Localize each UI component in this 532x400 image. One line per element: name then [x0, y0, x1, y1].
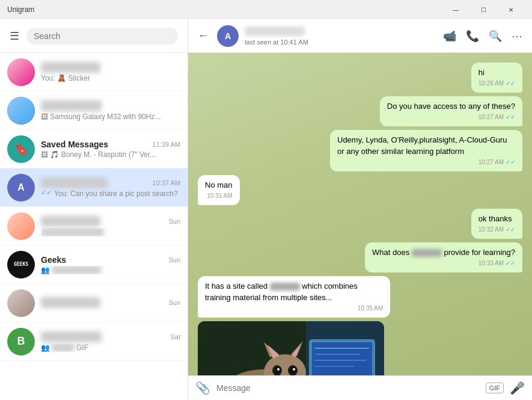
preview-text: blurred: [52, 343, 74, 352]
message-time: 10:26 AM ✓✓: [478, 79, 515, 88]
chat-name: Blurred Group: [41, 331, 102, 342]
chat-time: Sun: [168, 299, 180, 306]
avatar: A: [7, 174, 35, 202]
titlebar: Unigram — ☐ ✕: [0, 0, 532, 19]
header-avatar: A: [217, 25, 239, 47]
read-receipt-icon: ✓✓: [506, 226, 515, 234]
read-receipt-icon: ✓✓: [506, 158, 515, 167]
gif-bubble[interactable]: GIF: [198, 321, 384, 375]
header-info: last seen at 10:41 AM: [245, 26, 437, 46]
avatar: [7, 212, 35, 240]
back-button[interactable]: ←: [198, 29, 209, 42]
minimize-button[interactable]: —: [442, 0, 469, 19]
chat-name: Blurred Name: [41, 62, 100, 73]
message-bubble: What does blrd provide for learning? 10:…: [365, 242, 522, 272]
double-check-icon: ✓✓: [41, 189, 52, 197]
microphone-icon[interactable]: 🎤: [510, 381, 525, 395]
message-row: GIF: [198, 321, 522, 375]
chat-item[interactable]: 🔖 Saved Messages 11:39 AM 🖼 🎵 Boney M. -…: [0, 130, 188, 168]
chat-info: Blurred Group 🖼 Samsung Galaxy M32 with …: [41, 100, 180, 121]
gif-image: [198, 321, 384, 375]
message-time: 10:27 AM ✓✓: [387, 113, 515, 122]
chat-item[interactable]: B Blurred Group Sat 👥 blurred GIF: [0, 322, 188, 361]
chat-name-row: Blurred Contact 10:37 AM: [41, 177, 180, 188]
sidebar: ☰ Blurred Name You: 🧸 Sticker: [0, 19, 188, 400]
message-text: No man: [205, 180, 233, 189]
chat-name: Blurred Name: [41, 216, 100, 227]
chat-preview: 👥 blurred preview: [41, 266, 180, 274]
chat-name-row: Geeks Sun: [41, 255, 180, 265]
message-time: 10:31 AM: [205, 192, 233, 200]
preview-icon: 🖼: [41, 112, 48, 121]
chat-info: Saved Messages 11:39 AM 🖼 🎵 Boney M. - R…: [41, 140, 180, 159]
chat-preview-row: ✓✓ You: Can you share a pic post search?: [41, 188, 180, 198]
chat-info: Blurred Name Sun blurred preview text: [41, 216, 180, 236]
message-row: Udemy, Lynda, O'Reilly,pluralsight, A-Cl…: [198, 130, 522, 171]
sidebar-header: ☰: [0, 19, 188, 53]
chat-item[interactable]: GEEKS Geeks Sun 👥 blurred preview: [0, 245, 188, 284]
chat-preview: 👥 blurred GIF: [41, 343, 180, 352]
chat-info: Geeks Sun 👥 blurred preview: [41, 255, 180, 274]
group-icon: 👥: [41, 343, 50, 352]
message-row: ok thanks 10:32 AM ✓✓: [198, 209, 522, 239]
search-icon[interactable]: 🔍: [489, 29, 502, 43]
message-text: Do you have access to any of these?: [387, 102, 515, 111]
message-text: ok thanks: [478, 214, 512, 223]
chat-info: Blurred Name You: 🧸 Sticker: [41, 62, 180, 82]
more-options-icon[interactable]: ⋯: [512, 29, 522, 43]
chat-name-row: Blurred Name: [41, 62, 180, 73]
chat-time: 11:39 AM: [153, 141, 180, 148]
app-body: ☰ Blurred Name You: 🧸 Sticker: [0, 19, 532, 400]
chat-item[interactable]: Blurred Name Sun blurred preview text: [0, 207, 188, 245]
contact-status: last seen at 10:41 AM: [245, 38, 437, 46]
message-row: No man 10:31 AM: [198, 175, 522, 205]
app-title: Unigram: [7, 5, 34, 14]
video-call-icon[interactable]: 📹: [443, 29, 456, 43]
message-bubble: ok thanks 10:32 AM ✓✓: [471, 209, 522, 239]
chat-name-row: Blurred Name Sun: [41, 216, 180, 227]
messages-area: hi 10:26 AM ✓✓ Do you have access to any…: [188, 53, 532, 375]
avatar: [7, 58, 35, 86]
chat-item-active[interactable]: A Blurred Contact 10:37 AM ✓✓ You: Can y…: [0, 168, 188, 207]
voice-call-icon[interactable]: 📞: [466, 29, 479, 43]
chat-info: Blurred Contact 10:37 AM ✓✓ You: Can you…: [41, 177, 180, 198]
attach-icon[interactable]: 📎: [195, 381, 210, 395]
blurred-word: blured: [270, 283, 300, 291]
close-button[interactable]: ✕: [497, 0, 525, 19]
chat-preview: 🖼 🎵 Boney M. - Rasputin (7" Ver...: [41, 150, 180, 159]
chat-name: Saved Messages: [41, 140, 108, 149]
read-receipt-icon: ✓✓: [506, 79, 515, 88]
message-bubble: hi 10:26 AM ✓✓: [471, 63, 522, 93]
chat-preview: You: Can you share a pic post search?: [54, 189, 178, 198]
message-bubble: Do you have access to any of these? 10:2…: [380, 96, 522, 126]
message-bubble: Udemy, Lynda, O'Reilly,pluralsight, A-Cl…: [330, 130, 522, 171]
menu-icon[interactable]: ☰: [10, 29, 19, 43]
message-input-area: 📎 GIF 🎤: [188, 375, 532, 400]
avatar: [7, 97, 35, 125]
chat-item[interactable]: Blurred Group 🖼 Samsung Galaxy M32 with …: [0, 91, 188, 130]
search-input[interactable]: [26, 28, 178, 45]
chat-name-row: Saved Messages 11:39 AM: [41, 140, 180, 149]
maximize-button[interactable]: ☐: [469, 0, 497, 19]
message-input[interactable]: [216, 383, 480, 393]
avatar: 🔖: [7, 135, 35, 163]
chat-item[interactable]: Blurred Name Sun: [0, 284, 188, 322]
chat-item[interactable]: Blurred Name You: 🧸 Sticker: [0, 53, 188, 91]
message-row: Do you have access to any of these? 10:2…: [198, 96, 522, 126]
chat-preview: blurred preview text: [41, 228, 180, 236]
message-bubble: It has a site called blured which combin…: [198, 276, 390, 317]
chat-preview: 🖼 Samsung Galaxy M32 with 90Hz...: [41, 112, 180, 121]
message-text: It has a site called blured which combin…: [205, 282, 358, 301]
chat-header: ← A last seen at 10:41 AM 📹 📞 🔍 ⋯: [188, 19, 532, 53]
message-text: Udemy, Lynda, O'Reilly,pluralsight, A-Cl…: [337, 135, 507, 155]
chat-area: ← A last seen at 10:41 AM 📹 📞 🔍 ⋯ hi 10:…: [188, 19, 532, 400]
message-time: 10:32 AM ✓✓: [478, 226, 515, 234]
svg-point-17: [293, 368, 295, 371]
chat-name: Geeks: [41, 255, 66, 265]
message-time: 10:27 AM ✓✓: [337, 158, 515, 167]
group-icon: 👥: [41, 266, 50, 274]
gif-button[interactable]: GIF: [486, 383, 504, 393]
header-actions: 📹 📞 🔍 ⋯: [443, 29, 522, 43]
window-controls: — ☐ ✕: [442, 0, 525, 19]
contact-name: [245, 26, 305, 36]
